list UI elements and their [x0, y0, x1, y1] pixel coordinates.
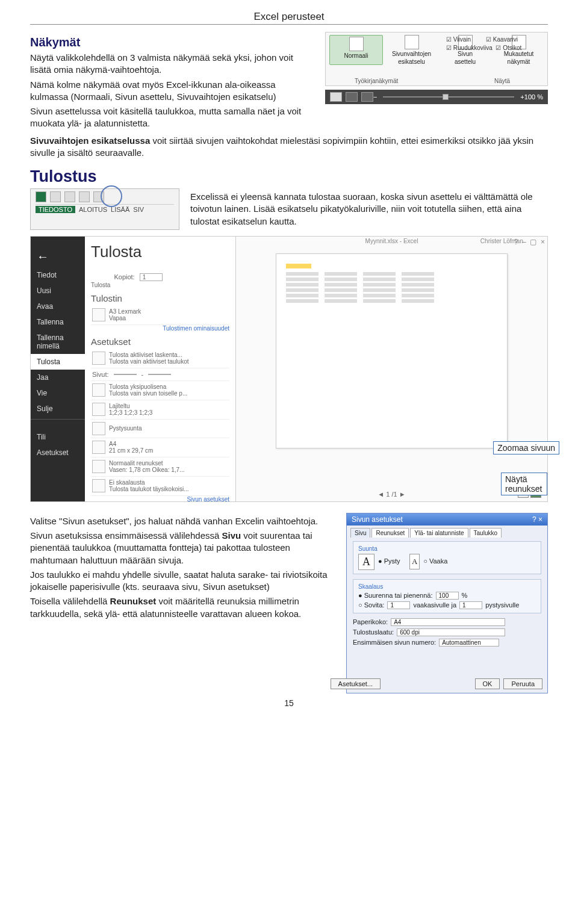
printer-props-link[interactable]: Tulostimen ominaisuudet — [91, 325, 229, 332]
tab-reunukset[interactable]: Reunukset — [371, 528, 409, 538]
ribbon-views-screenshot: Normaali Sivunvaihtojenesikatselu Sivuna… — [325, 32, 548, 86]
quality-select[interactable]: 600 dpi — [397, 628, 505, 636]
highlight-circle — [101, 185, 122, 207]
radio-scale[interactable]: Suurenna tai pienennä: — [358, 592, 432, 599]
zoom-minus[interactable]: − — [373, 93, 377, 101]
checkbox-gridlines[interactable]: ☑ Ruudukkoviiva ☑ Otsikot — [446, 45, 521, 51]
para: Valitse "Sivun asetukset", jos haluat nä… — [30, 515, 335, 527]
tab-taulukko[interactable]: Taulukko — [470, 528, 502, 538]
zoom-slider[interactable] — [383, 96, 514, 98]
para: Sivuvaihtojen esikatselussa voit siirtää… — [30, 135, 548, 160]
orientation-select[interactable]: Pystysuunta — [91, 420, 229, 438]
radio-fit[interactable]: Sovita: — [358, 601, 384, 609]
checkbox-ruler[interactable]: ☑ Viivain ☑ Kaavarivi — [446, 36, 521, 43]
print-heading: Tulosta — [91, 243, 229, 261]
para: Sivun asettelussa voit käsitellä taulukk… — [30, 105, 314, 130]
papersize-select[interactable]: A421 cm x 29,7 cm — [91, 438, 229, 457]
radio-vaaka[interactable]: Vaaka — [423, 557, 447, 565]
ribbon-group-label: Näytä — [494, 78, 510, 84]
para: Nämä kolme näkymää ovat myös Excel-ikkun… — [30, 79, 314, 104]
para: Excelissä ei yleensä kannata tulostaa su… — [190, 191, 548, 228]
scale-input[interactable]: 100 — [436, 592, 459, 600]
printer-select[interactable]: A3 LexmarkVapaa — [91, 306, 229, 325]
page-setup-link[interactable]: Sivun asetukset — [91, 496, 229, 503]
statusbar-view-pagebreak-icon[interactable] — [361, 92, 373, 102]
heading-nakymat: Näkymät — [30, 36, 314, 49]
sidebar-item[interactable]: Asetukset — [31, 445, 85, 460]
statusbar-screenshot: − + 100 % — [325, 90, 548, 104]
para: Toisella välilehdellä Reunukset voit mää… — [30, 595, 335, 620]
zoom-pct: 100 % — [524, 93, 543, 101]
tab-file[interactable]: TIEDOSTO — [36, 206, 75, 213]
tab-page[interactable]: SIV — [133, 206, 144, 213]
page-setup-dialog: Sivun asetukset? × Sivu Reunukset Ylä- t… — [346, 513, 548, 693]
para: Sivun asetuksissa ensimmäisessä välilehd… — [30, 530, 335, 566]
fit-h-input[interactable]: 1 — [459, 601, 482, 609]
portrait-icon: A — [358, 554, 374, 570]
options-button[interactable]: Asetukset... — [331, 678, 381, 689]
print-backstage-screenshot: ← Tiedot Uusi Avaa Tallenna Tallenna nim… — [30, 236, 548, 502]
view-pagebreak-button[interactable]: Sivunvaihtojenesikatselu — [387, 35, 437, 65]
sidebar-item[interactable]: Sulje — [31, 401, 85, 417]
print-what-select[interactable]: Tulosta aktiiviset laskenta...Tulosta va… — [91, 349, 229, 368]
tab-home[interactable]: ALOITUS — [79, 206, 107, 213]
sidebar-item[interactable]: Tallenna nimellä — [31, 330, 85, 354]
radio-pysty[interactable]: Pysty — [378, 557, 400, 565]
tab-sivu[interactable]: Sivu — [350, 528, 370, 538]
redo-icon[interactable] — [79, 191, 90, 202]
dialog-title: Sivun asetukset — [352, 515, 403, 524]
sidebar-item[interactable]: Avaa — [31, 299, 85, 314]
page-number: 15 — [30, 698, 548, 708]
copies-input[interactable]: 1 — [140, 273, 163, 281]
sidebar-item[interactable]: Tallenna — [31, 314, 85, 330]
print-preview-page — [276, 253, 508, 448]
close-icon[interactable]: ? × — [532, 515, 542, 524]
para: Jos taulukko ei mahdu yhdelle sivulle, s… — [30, 569, 335, 594]
paper-select[interactable]: A4 — [391, 618, 505, 626]
back-button[interactable]: ← — [31, 246, 85, 267]
collate-select[interactable]: Lajiteltu1;2;3 1;2;3 1;2;3 — [91, 400, 229, 420]
sidebar-item-tulosta[interactable]: Tulosta — [31, 354, 85, 370]
sidebar-item[interactable]: Jaa — [31, 370, 85, 385]
sidebar-item[interactable]: Tiedot — [31, 267, 85, 283]
margins-select[interactable]: Normaalit reunuksetVasen: 1,78 cm Oikea:… — [91, 457, 229, 477]
window-controls[interactable]: ? – ▢ × — [514, 238, 545, 246]
tab-insert[interactable]: LISÄÄ — [111, 206, 129, 213]
page-nav[interactable]: ◄ 1 /1 ► — [378, 491, 405, 498]
statusbar-view-normal-icon[interactable] — [330, 92, 342, 102]
para: Näytä valikkolehdellä on 3 valmista näky… — [30, 52, 314, 76]
excel-icon — [36, 191, 46, 202]
statusbar-view-layout-icon[interactable] — [346, 92, 358, 102]
scaling-select[interactable]: Ei skaalaustaTulosta taulukot täysikokoi… — [91, 477, 229, 496]
fit-w-input[interactable]: 1 — [387, 601, 410, 609]
quick-access-toolbar-screenshot: TIEDOSTO ALOITUS LISÄÄ SIV — [30, 188, 179, 230]
save-icon[interactable] — [50, 191, 61, 202]
view-normal-button[interactable]: Normaali — [329, 35, 383, 65]
ribbon-group-label: Työkirjanäkymät — [355, 78, 398, 84]
firstpage-input[interactable]: Automaattinen — [439, 639, 499, 646]
sidebar-item[interactable]: Vie — [31, 385, 85, 401]
printer-icon[interactable] — [91, 266, 109, 282]
ok-button[interactable]: OK — [475, 678, 500, 689]
sidebar-item[interactable]: Uusi — [31, 283, 85, 299]
heading-tulostus: Tulostus — [30, 167, 548, 186]
doc-header: Excel perusteet — [30, 11, 548, 25]
landscape-icon: A — [409, 554, 420, 569]
callout-zoom: Zoomaa sivuun — [493, 441, 559, 454]
duplex-select[interactable]: Tulosta yksipuolisenaTulosta vain sivun … — [91, 381, 229, 400]
tab-yatunniste[interactable]: Ylä- tai alatunniste — [410, 528, 468, 538]
callout-margins: Näytä reunukset — [501, 473, 547, 495]
cancel-button[interactable]: Peruuta — [503, 678, 542, 689]
undo-icon[interactable] — [64, 191, 75, 202]
pages-range[interactable]: Sivut:- — [91, 368, 229, 381]
sidebar-item[interactable]: Tili — [31, 429, 85, 445]
